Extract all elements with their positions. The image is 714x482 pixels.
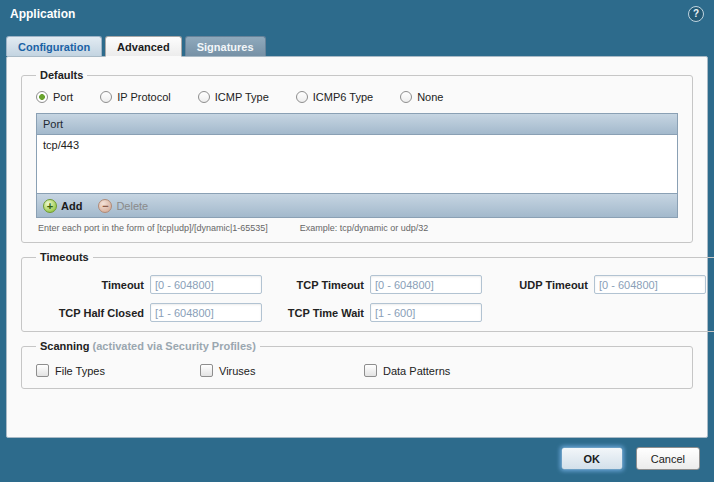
tab-advanced[interactable]: Advanced [105, 36, 182, 57]
radio-icmp6-type[interactable]: ICMP6 Type [296, 91, 373, 103]
hint-example: Example: tcp/dynamic or udp/32 [300, 223, 429, 233]
field-label-tcp-timeout: TCP Timeout [268, 279, 364, 291]
dialog-footer: OK Cancel [0, 438, 714, 470]
radio-selected-icon [36, 91, 48, 103]
checkbox-label: Data Patterns [383, 365, 450, 377]
help-icon[interactable]: ? [688, 6, 704, 22]
checkbox-icon [36, 364, 49, 377]
hint-text: Enter each port in the form of [tcp|udp]… [38, 223, 268, 233]
checkbox-label: File Types [55, 365, 105, 377]
delete-button[interactable]: − Delete [98, 199, 148, 213]
delete-button-label: Delete [116, 200, 148, 212]
radio-none[interactable]: None [400, 91, 443, 103]
checkbox-file-types[interactable]: File Types [36, 364, 200, 377]
udp-timeout-input[interactable] [594, 275, 706, 294]
checkbox-label: Viruses [219, 365, 255, 377]
scanning-checkbox-group: File Types Viruses Data Patterns [36, 364, 682, 377]
cancel-button[interactable]: Cancel [636, 447, 700, 470]
port-table: Port tcp/443 + Add − Delete [36, 113, 678, 218]
add-button[interactable]: + Add [43, 199, 82, 213]
tcp-time-wait-input[interactable] [370, 303, 482, 322]
radio-label: Port [53, 91, 73, 103]
table-row[interactable]: tcp/443 [37, 135, 677, 155]
port-table-header: Port [37, 114, 677, 135]
scanning-legend-text: Scanning [40, 340, 90, 352]
dialog-title: Application [10, 7, 75, 21]
radio-icon [198, 91, 210, 103]
timeout-input[interactable] [150, 275, 262, 294]
radio-label: ICMP6 Type [313, 91, 373, 103]
radio-icmp-type[interactable]: ICMP Type [198, 91, 269, 103]
checkbox-icon [200, 364, 213, 377]
port-format-hint: Enter each port in the form of [tcp|udp]… [38, 223, 682, 233]
tab-signatures[interactable]: Signatures [185, 36, 266, 56]
defaults-section: Defaults Port IP Protocol ICMP Type ICMP… [21, 69, 693, 243]
advanced-tab-panel: Defaults Port IP Protocol ICMP Type ICMP… [6, 56, 708, 438]
radio-icon [296, 91, 308, 103]
tcp-half-closed-input[interactable] [150, 303, 262, 322]
scanning-section: Scanning (activated via Security Profile… [21, 340, 693, 389]
checkbox-icon [364, 364, 377, 377]
defaults-legend: Defaults [36, 69, 87, 81]
field-label-tcp-time-wait: TCP Time Wait [268, 307, 364, 319]
radio-ip-protocol[interactable]: IP Protocol [100, 91, 171, 103]
radio-port[interactable]: Port [36, 91, 73, 103]
field-label-udp-timeout: UDP Timeout [488, 279, 588, 291]
scanning-legend: Scanning (activated via Security Profile… [36, 340, 260, 352]
port-table-body[interactable]: tcp/443 [37, 135, 677, 193]
tab-bar: Configuration Advanced Signatures [6, 34, 714, 56]
radio-icon [400, 91, 412, 103]
tcp-timeout-input[interactable] [370, 275, 482, 294]
radio-icon [100, 91, 112, 103]
add-icon: + [43, 199, 57, 213]
timeouts-section: Timeouts Timeout TCP Timeout UDP Timeout… [21, 251, 714, 332]
checkbox-viruses[interactable]: Viruses [200, 364, 364, 377]
timeouts-legend: Timeouts [36, 251, 93, 263]
ok-button[interactable]: OK [561, 447, 623, 470]
add-button-label: Add [61, 200, 82, 212]
delete-icon: − [98, 199, 112, 213]
checkbox-data-patterns[interactable]: Data Patterns [364, 364, 528, 377]
field-label-tcp-half-closed: TCP Half Closed [32, 307, 144, 319]
scanning-legend-note: (activated via Security Profiles) [93, 340, 256, 352]
radio-label: IP Protocol [117, 91, 171, 103]
radio-label: None [417, 91, 443, 103]
timeouts-grid: Timeout TCP Timeout UDP Timeout TCP Half… [32, 275, 706, 322]
radio-label: ICMP Type [215, 91, 269, 103]
title-bar: Application ? [0, 0, 714, 28]
default-type-radio-group: Port IP Protocol ICMP Type ICMP6 Type No… [36, 91, 682, 103]
field-label-timeout: Timeout [32, 279, 144, 291]
application-dialog: Application ? Configuration Advanced Sig… [0, 0, 714, 470]
tab-configuration[interactable]: Configuration [6, 36, 102, 56]
port-table-toolbar: + Add − Delete [37, 193, 677, 217]
